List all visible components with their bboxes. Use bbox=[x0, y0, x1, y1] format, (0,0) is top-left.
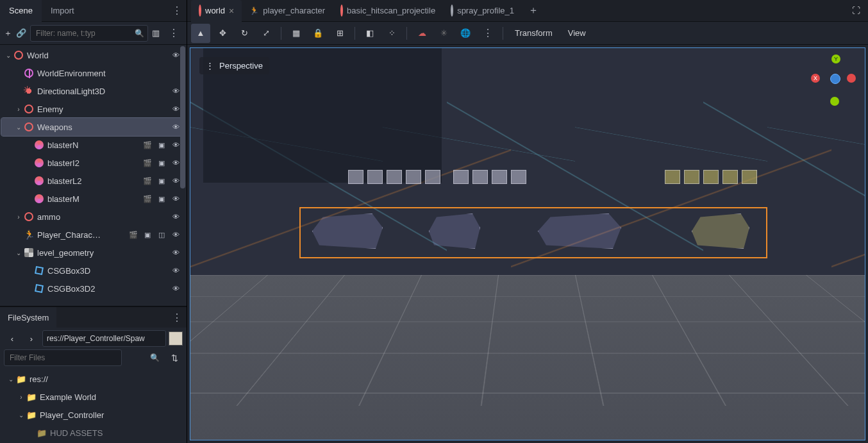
tab-scene[interactable]: Scene bbox=[0, 0, 42, 22]
resource-icon bbox=[451, 6, 453, 15]
scene-tab-label: player_character bbox=[263, 6, 325, 15]
expand-arrow-icon[interactable]: ⌄ bbox=[17, 412, 26, 419]
scene-tree[interactable]: ⌄ World 👁 WorldEnvironment DirectionalLi… bbox=[0, 45, 187, 299]
scene-tree-scrollbar[interactable] bbox=[180, 46, 185, 305]
filesystem-filter-input[interactable] bbox=[4, 349, 122, 366]
expand-arrow-icon[interactable]: ⌄ bbox=[6, 376, 15, 383]
scene-toolbar-menu-icon[interactable]: ⋮ bbox=[163, 27, 183, 39]
node-label: blasterL2 bbox=[47, 176, 142, 186]
nav-back-button[interactable]: ‹ bbox=[4, 330, 21, 347]
add-node-button[interactable]: ＋ bbox=[4, 25, 12, 42]
tree-node-enemy[interactable]: › Enemy 👁 bbox=[1, 100, 184, 118]
fs-root[interactable]: ⌄ 📁 res:// bbox=[4, 370, 183, 388]
lock-tool-button[interactable]: 🔒 bbox=[308, 24, 328, 43]
axis-y-handle[interactable]: Y bbox=[831, 54, 840, 63]
script-icon[interactable]: ▣ bbox=[156, 175, 167, 187]
scene-instance-icon[interactable]: 🎬 bbox=[128, 229, 139, 240]
tree-node-player-character[interactable]: 🏃 Player_Charac… 🎬▣◫👁 bbox=[1, 226, 184, 244]
script-icon[interactable]: ▣ bbox=[156, 193, 167, 205]
filesystem-path-input[interactable] bbox=[42, 330, 166, 347]
folder-icon: 📁 bbox=[26, 409, 37, 421]
move-tool-button[interactable]: ✥ bbox=[213, 24, 232, 43]
node-label: World bbox=[27, 51, 170, 60]
scene-tool-button[interactable]: ▥ bbox=[152, 25, 160, 42]
sort-button[interactable]: ⇅ bbox=[166, 349, 183, 366]
expand-arrow-icon[interactable]: › bbox=[14, 106, 23, 113]
fs-example-world[interactable]: › 📁 Example World bbox=[4, 388, 183, 406]
axis-neg-x-handle[interactable] bbox=[847, 74, 856, 83]
open-scene-tab-spray-profile[interactable]: spray_profile_1 bbox=[443, 0, 522, 22]
instance-scene-button[interactable]: 🔗 bbox=[16, 25, 26, 42]
globe-button[interactable]: 🌐 bbox=[456, 24, 475, 43]
open-scene-tab-player-character[interactable]: 🏃 player_character bbox=[242, 0, 333, 22]
scene-panel-menu-icon[interactable]: ⋮ bbox=[167, 4, 187, 17]
characterbody-icon: 🏃 bbox=[249, 6, 259, 15]
misc-tool-button[interactable]: ⁘ bbox=[382, 24, 401, 43]
open-scene-tab-basic-hitscan[interactable]: basic_hitscan_projectile bbox=[333, 0, 443, 22]
expand-arrow-icon[interactable]: ⌄ bbox=[4, 52, 13, 59]
snap-tool-button[interactable]: ▦ bbox=[287, 24, 306, 43]
view-menu[interactable]: View bbox=[562, 28, 592, 38]
tree-node-blastern[interactable]: blasterN 🎬▣👁 bbox=[1, 136, 184, 154]
filesystem-tree[interactable]: ⌄ 📁 res:// › 📁 Example World ⌄ 📁 Player_… bbox=[0, 369, 187, 443]
csg-icon bbox=[33, 283, 45, 294]
tab-import[interactable]: Import bbox=[42, 0, 83, 22]
distraction-free-button[interactable]: ⛶ bbox=[848, 6, 864, 15]
axis-neg-y-handle[interactable] bbox=[830, 97, 839, 106]
node-label: level_geometry bbox=[37, 248, 170, 258]
perspective-menu[interactable]: ⋮ Perspective bbox=[199, 57, 269, 74]
script-icon[interactable]: ▣ bbox=[156, 139, 167, 151]
transform-menu[interactable]: Transform bbox=[508, 28, 559, 38]
viewport-menu-icon[interactable]: ⋮ bbox=[478, 27, 497, 39]
expand-arrow-icon[interactable]: › bbox=[17, 394, 26, 401]
axis-x-handle[interactable]: X bbox=[811, 74, 820, 83]
color-preview-icon[interactable] bbox=[169, 331, 183, 346]
scene-tab-label: spray_profile_1 bbox=[457, 6, 514, 15]
group-tool-button[interactable]: ⊞ bbox=[330, 24, 349, 43]
script-icon[interactable]: ▣ bbox=[142, 229, 153, 240]
tree-node-worldenvironment[interactable]: WorldEnvironment bbox=[1, 64, 184, 82]
expand-arrow-icon[interactable]: › bbox=[14, 213, 23, 221]
fs-hud-assets[interactable]: 📁 HUD ASSETS bbox=[4, 424, 183, 442]
expand-arrow-icon[interactable]: ⌄ bbox=[14, 124, 23, 131]
tree-node-blasteri2[interactable]: blasterI2 🎬▣👁 bbox=[1, 154, 184, 172]
tree-node-csgbox3d[interactable]: CSGBox3D 👁 bbox=[1, 262, 184, 280]
open-scene-tab-world[interactable]: world × bbox=[191, 0, 242, 22]
select-tool-button[interactable]: ▲ bbox=[191, 24, 210, 43]
scene-instance-icon[interactable]: 🎬 bbox=[142, 193, 153, 205]
tree-node-level-geometry[interactable]: ⌄ level_geometry 👁 bbox=[1, 244, 184, 262]
scene-instance-icon[interactable]: 🎬 bbox=[142, 175, 153, 187]
tree-node-directionallight[interactable]: DirectionalLight3D 👁 bbox=[1, 82, 184, 100]
viewport-3d[interactable]: ⋮ Perspective Y X bbox=[190, 47, 865, 440]
viewport-crates bbox=[453, 170, 526, 188]
nav-forward-button[interactable]: › bbox=[23, 330, 40, 347]
scene-instance-icon[interactable]: 🎬 bbox=[142, 157, 153, 169]
close-tab-icon[interactable]: × bbox=[229, 6, 234, 16]
tree-node-blasterl2[interactable]: blasterL2 🎬▣👁 bbox=[1, 172, 184, 190]
tree-node-weapons[interactable]: ⌄ Weapons 👁 bbox=[1, 118, 184, 136]
filesystem-panel-menu-icon[interactable]: ⋮ bbox=[167, 312, 187, 324]
rotate-tool-button[interactable]: ↻ bbox=[235, 24, 254, 43]
orientation-gizmo[interactable]: Y X bbox=[811, 54, 856, 106]
tree-node-csgbox3d2[interactable]: CSGBox3D2 👁 bbox=[1, 280, 184, 297]
sun-preview-button[interactable]: ☁ bbox=[412, 24, 431, 43]
folder-icon: 📁 bbox=[36, 427, 47, 439]
group-icon[interactable]: ◫ bbox=[156, 229, 167, 240]
tree-node-world[interactable]: ⌄ World 👁 bbox=[1, 46, 184, 64]
axis-z-handle[interactable] bbox=[830, 74, 840, 84]
viewport-crates bbox=[665, 170, 757, 188]
scale-tool-button[interactable]: ⤢ bbox=[256, 24, 276, 43]
scene-instance-icon[interactable]: 🎬 bbox=[142, 139, 153, 151]
expand-arrow-icon[interactable]: ⌄ bbox=[14, 249, 23, 256]
script-icon[interactable]: ▣ bbox=[156, 157, 167, 169]
env-preview-button[interactable]: ✳ bbox=[434, 24, 453, 43]
tree-node-ammo[interactable]: › ammo 👁 bbox=[1, 208, 184, 226]
add-scene-tab-button[interactable]: ＋ bbox=[522, 4, 545, 17]
scene-filter-input[interactable] bbox=[30, 25, 148, 42]
tree-node-blasterm[interactable]: blasterM 🎬▣👁 bbox=[1, 190, 184, 208]
node3d-icon bbox=[23, 103, 35, 115]
fs-player-controller[interactable]: ⌄ 📁 Player_Controller bbox=[4, 406, 183, 424]
mesh-icon bbox=[33, 139, 45, 151]
tab-filesystem[interactable]: FileSystem bbox=[0, 307, 56, 328]
cube-tool-button[interactable]: ◧ bbox=[360, 24, 380, 43]
